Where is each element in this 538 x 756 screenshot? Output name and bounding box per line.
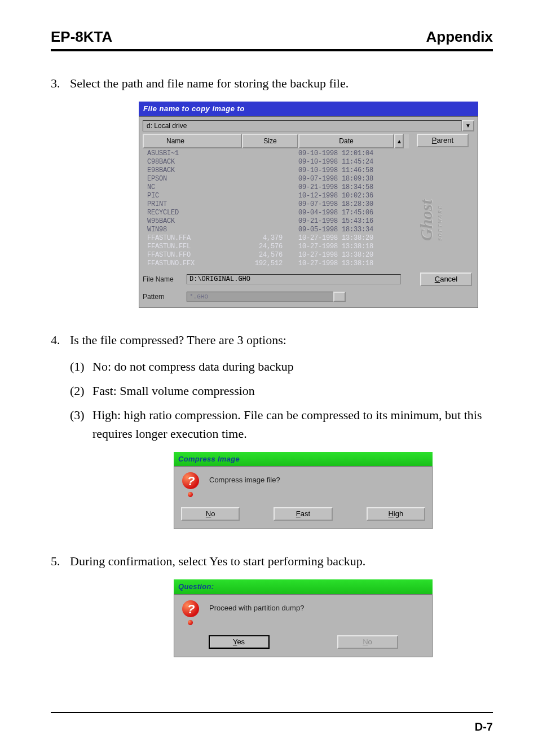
- step-3: 3. Select the path and file name for sto…: [51, 74, 493, 93]
- file-row[interactable]: EPSON09-07-1998 18:09:38: [147, 175, 409, 183]
- pattern-input[interactable]: *.GHO: [187, 292, 333, 302]
- file-row[interactable]: PRINT09-07-1998 18:28:30: [147, 200, 409, 209]
- file-row[interactable]: FFASTUNO.FFX192,51210-27-1998 13:38:18: [147, 260, 409, 268]
- file-row[interactable]: C98BACK09-10-1998 11:45:24: [147, 158, 409, 166]
- ghost-watermark: Ghost SOFTWARE: [413, 189, 481, 241]
- high-button[interactable]: HighHigh: [367, 507, 425, 521]
- no-button[interactable]: NoNo: [337, 635, 398, 649]
- file-row[interactable]: ASUSBI~109-10-1998 12:01:04: [147, 150, 409, 158]
- pattern-dropdown-button[interactable]: [333, 292, 346, 302]
- file-dialog: File name to copy image to ▼ Name Size D…: [139, 102, 478, 308]
- file-row[interactable]: FFASTUN.FFA4,37910-27-1998 13:38:20: [147, 234, 409, 243]
- file-row[interactable]: FFASTUN.FFL24,57610-27-1998 13:38:18: [147, 243, 409, 251]
- yes-button[interactable]: YesYes: [209, 635, 270, 649]
- question-dialog-title: Question:: [174, 579, 433, 594]
- file-row[interactable]: WIN9809-05-1998 18:33:34: [147, 226, 409, 234]
- header-rule: [51, 49, 493, 51]
- compress-dialog-title: Compress Image: [174, 452, 433, 467]
- parent-button[interactable]: PParentarent: [417, 134, 469, 147]
- page-number: D-7: [475, 720, 493, 733]
- scroll-up-button[interactable]: ▴: [394, 134, 404, 148]
- compress-dialog-msg: Compress image file?: [209, 472, 280, 486]
- file-row[interactable]: RECYCLED09-04-1998 17:45:06: [147, 209, 409, 217]
- step-3-num: 3.: [51, 74, 70, 93]
- cancel-button[interactable]: CancelCancel: [420, 272, 472, 286]
- file-list[interactable]: Name Size Date ▴ ASUSBI~109-10-1998 12:0…: [143, 134, 409, 269]
- step-4-option: (1)No: do not compress data during backu…: [70, 357, 493, 376]
- step-5-num: 5.: [51, 552, 70, 570]
- question-icon: [181, 600, 200, 625]
- col-name[interactable]: Name: [143, 134, 242, 148]
- col-size[interactable]: Size: [242, 134, 298, 148]
- question-icon: [181, 472, 200, 497]
- header-left: EP-8KTA: [51, 28, 112, 46]
- step-4: 4. Is the file compressed? There are 3 o…: [51, 331, 493, 349]
- page-header: EP-8KTA Appendix: [51, 28, 493, 49]
- pattern-label: Pattern: [143, 292, 187, 302]
- question-dialog-msg: Proceed with partition dump?: [209, 600, 304, 614]
- drive-select[interactable]: [143, 120, 462, 131]
- file-row[interactable]: PIC10-12-1998 10:02:36: [147, 192, 409, 200]
- drive-dropdown-button[interactable]: ▼: [462, 120, 474, 131]
- step-4-option: (3)High: high ratio compression. File ca…: [70, 406, 493, 443]
- step-3-text: Select the path and file name for storin…: [70, 74, 349, 93]
- file-row[interactable]: NC09-21-1998 18:34:58: [147, 183, 409, 192]
- step-4-text: Is the file compressed? There are 3 opti…: [70, 331, 286, 349]
- filename-input[interactable]: [187, 274, 401, 284]
- file-row[interactable]: FFASTUN.FFO24,57610-27-1998 13:38:20: [147, 251, 409, 260]
- filename-label: File Name: [143, 274, 187, 284]
- step-4-num: 4.: [51, 331, 70, 349]
- footer-rule: [51, 712, 493, 713]
- compress-dialog: Compress Image Compress image file? NoNo…: [174, 452, 433, 530]
- file-dialog-title: File name to copy image to: [139, 102, 478, 116]
- no-button[interactable]: NoNo: [181, 507, 240, 521]
- step-5: 5. During confirmation, select Yes to st…: [51, 552, 493, 570]
- header-right: Appendix: [426, 28, 493, 46]
- question-dialog: Question: Proceed with partition dump? Y…: [174, 579, 433, 657]
- step-5-text: During confirmation, select Yes to start…: [70, 552, 365, 570]
- step-4-option: (2)Fast: Small volume compression: [70, 381, 493, 400]
- fast-button[interactable]: FastFast: [274, 507, 332, 521]
- col-date[interactable]: Date: [298, 134, 394, 148]
- file-row[interactable]: W95BACK09-21-1998 15:43:16: [147, 217, 409, 226]
- file-list-header: Name Size Date ▴: [143, 134, 409, 148]
- file-row[interactable]: E98BACK09-10-1998 11:46:58: [147, 166, 409, 175]
